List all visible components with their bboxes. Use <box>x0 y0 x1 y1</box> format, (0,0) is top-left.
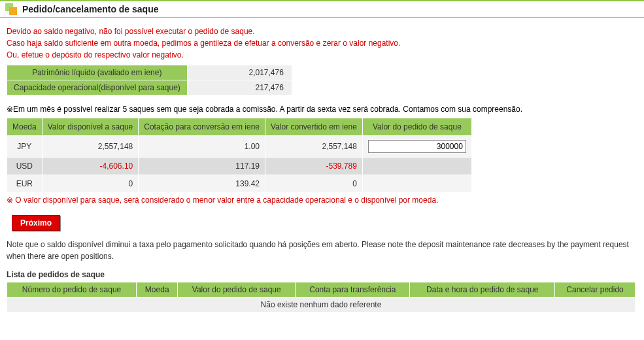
request-cell-eur <box>362 175 471 193</box>
available-usd: -4,606.10 <box>42 158 139 175</box>
balance-row-jpy: JPY 2,557,148 1.00 2,557,148 <box>7 136 472 158</box>
warning-line-1: Devido ao saldo negativo, não foi possív… <box>7 26 637 37</box>
commission-note: ※Em um mês é possível realizar 5 saques … <box>7 105 637 114</box>
available-jpy: 2,557,148 <box>42 136 139 158</box>
col-header-currency: Moeda <box>7 118 42 136</box>
page-title: Pedido/cancelamento de saque <box>22 4 159 14</box>
requests-table: Número do pedido de saque Moeda Valor do… <box>7 282 636 313</box>
converted-eur: 0 <box>265 175 363 193</box>
balance-row-usd: USD -4,606.10 117.19 -539,789 <box>7 158 472 175</box>
equity-value: 2,017,476 <box>187 65 292 80</box>
req-col-currency: Moeda <box>137 282 178 298</box>
cur-usd: USD <box>7 158 42 175</box>
req-col-account: Conta para transferência <box>296 282 410 298</box>
summary-row-equity: Patrimônio líquido (avaliado em iene) 2,… <box>7 65 292 80</box>
warning-line-2: Caso haja saldo suficiente em outra moed… <box>7 37 637 49</box>
requests-empty-message: Não existe nenhum dado referente <box>7 298 636 313</box>
rate-usd: 117.19 <box>139 158 265 175</box>
request-cell-usd <box>362 158 471 175</box>
col-header-converted: Valor convertido em iene <box>265 118 363 136</box>
next-button[interactable]: Próximo <box>12 215 60 231</box>
limit-note: ※ O valor disponível para saque, será co… <box>7 196 637 205</box>
req-col-datetime: Data e hora do pedido de saque <box>410 282 555 298</box>
converted-usd: -539,789 <box>265 158 363 175</box>
maintenance-note: Note que o saldo disponível diminui a ta… <box>7 239 637 262</box>
converted-jpy: 2,557,148 <box>265 136 363 158</box>
page-header: Pedido/cancelamento de saque <box>0 1 644 18</box>
balance-row-eur: EUR 0 139.42 0 <box>7 175 472 193</box>
req-col-cancel: Cancelar pedido <box>555 282 636 298</box>
capacity-value: 217,476 <box>187 80 292 95</box>
equity-label: Patrimônio líquido (avaliado em iene) <box>7 65 188 80</box>
rate-eur: 139.42 <box>139 175 265 193</box>
warning-message: Devido ao saldo negativo, não foi possív… <box>7 26 637 61</box>
req-col-number: Número do pedido de saque <box>7 282 137 298</box>
warning-line-3: Ou, efetue o depósito do respectivo valo… <box>7 49 637 61</box>
rate-jpy: 1.00 <box>139 136 265 158</box>
capacity-label: Capacidade operacional(disponível para s… <box>7 80 188 95</box>
cur-eur: EUR <box>7 175 42 193</box>
req-col-amount: Valor do pedido de saque <box>178 282 296 298</box>
cur-jpy: JPY <box>7 136 42 158</box>
balance-table: Moeda Valor disponível a saque Cotação p… <box>7 118 472 193</box>
col-header-request: Valor do pedido de saque <box>362 118 471 136</box>
requests-section-title: Lista de pedidos de saque <box>7 270 637 279</box>
col-header-rate: Cotação para conversão em iene <box>139 118 265 136</box>
summary-table: Patrimônio líquido (avaliado em iene) 2,… <box>7 65 292 95</box>
logo-icon <box>5 3 17 15</box>
available-eur: 0 <box>42 175 139 193</box>
summary-row-capacity: Capacidade operacional(disponível para s… <box>7 80 292 95</box>
col-header-available: Valor disponível a saque <box>42 118 139 136</box>
withdrawal-amount-input[interactable] <box>368 140 466 153</box>
request-cell-jpy <box>362 136 471 158</box>
